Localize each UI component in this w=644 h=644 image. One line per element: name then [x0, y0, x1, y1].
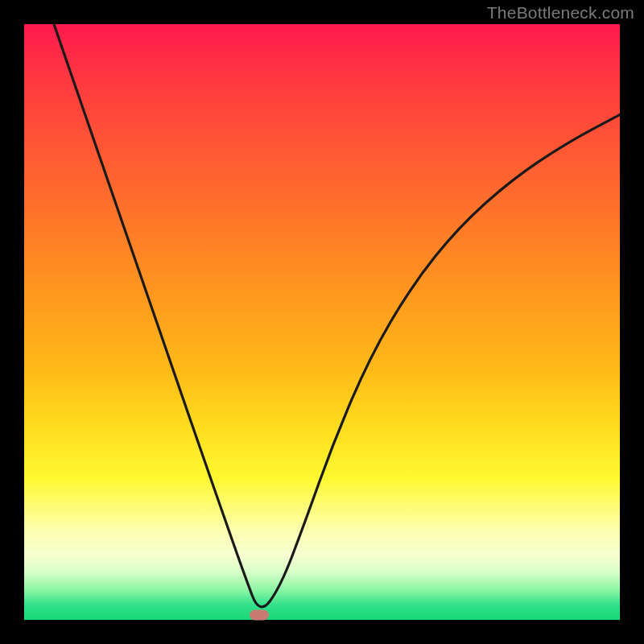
watermark-text: TheBottleneck.com	[487, 3, 634, 23]
plot-area	[24, 24, 620, 620]
optimum-marker	[250, 610, 269, 621]
bottleneck-curve	[54, 24, 620, 607]
curve-svg	[24, 24, 620, 620]
chart-frame: TheBottleneck.com	[0, 0, 644, 644]
